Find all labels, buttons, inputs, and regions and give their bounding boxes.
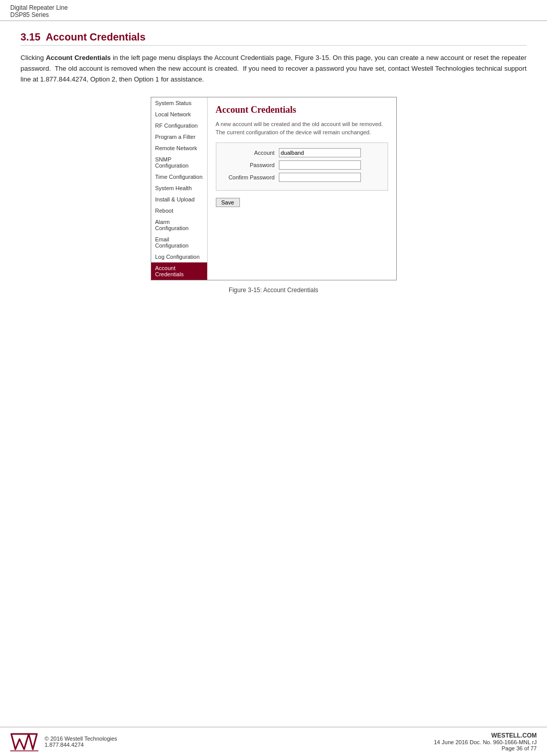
sidebar-item-local-network[interactable]: Local Network [151, 109, 207, 120]
sidebar-item-install-upload[interactable]: Install & Upload [151, 194, 207, 205]
section-number: 3.15 [21, 31, 46, 43]
confirm-password-input[interactable] [279, 173, 361, 182]
panel-info-line2: The current configuration of the device … [216, 129, 388, 136]
password-label: Password [222, 162, 279, 168]
sidebar-item-remote-network[interactable]: Remote Network [151, 142, 207, 154]
figure-container: System Status Local Network RF Configura… [21, 97, 526, 294]
sidebar-item-account-credentials[interactable]: Account Credentials [151, 262, 207, 280]
svg-marker-0 [11, 734, 37, 749]
confirm-password-label: Confirm Password [222, 174, 279, 180]
screenshot: System Status Local Network RF Configura… [151, 97, 397, 280]
panel-info-line1: A new account will be created and the ol… [216, 120, 388, 128]
nav-sidebar: System Status Local Network RF Configura… [151, 97, 208, 280]
footer-left: © 2016 Westell Technologies 1.877.844.42… [10, 731, 117, 752]
body-paragraph: Clicking Account Credentials in the left… [21, 53, 526, 85]
product-line: DSP85 Series [10, 11, 537, 18]
sidebar-item-system-health[interactable]: System Health [151, 182, 207, 194]
section-heading: 3.15 Account Credentials [21, 31, 526, 46]
sidebar-item-alarm-configuration[interactable]: Alarm Configuration [151, 216, 207, 234]
sidebar-item-snmp-configuration[interactable]: SNMP Configuration [151, 154, 207, 171]
company-line: Digital Repeater Line [10, 4, 537, 11]
credentials-form: Account Password Confirm Password [216, 142, 388, 191]
sidebar-item-email-configuration[interactable]: Email Configuration [151, 234, 207, 251]
footer-right: WESTELL.COM 14 June 2016 Doc. No. 960-16… [434, 732, 537, 751]
sidebar-item-program-filter[interactable]: Program a Filter [151, 131, 207, 142]
sidebar-item-time-configuration[interactable]: Time Configuration [151, 171, 207, 182]
account-label: Account [222, 150, 279, 156]
doc-footer: © 2016 Westell Technologies 1.877.844.42… [0, 727, 547, 756]
footer-date: 14 June 2016 Doc. No. 960-1666-MNL rJ [434, 739, 537, 745]
sidebar-item-log-configuration[interactable]: Log Configuration [151, 251, 207, 262]
westell-logo [10, 731, 38, 752]
save-button[interactable]: Save [216, 198, 240, 207]
panel-main: Account Credentials A new account will b… [208, 97, 396, 280]
sidebar-item-reboot[interactable]: Reboot [151, 205, 207, 216]
account-input[interactable] [279, 148, 361, 157]
panel-title: Account Credentials [216, 105, 388, 115]
account-row: Account [222, 148, 381, 157]
main-content: 3.15 Account Credentials Clicking Accoun… [0, 21, 547, 350]
bold-term: Account Credentials [46, 54, 111, 62]
footer-website: WESTELL.COM [434, 732, 537, 739]
figure-caption: Figure 3-15: Account Credentials [229, 287, 318, 294]
footer-copyright: © 2016 Westell Technologies [45, 735, 117, 742]
section-title: Account Credentials [46, 31, 145, 43]
panel-info: A new account will be created and the ol… [216, 120, 388, 136]
confirm-password-row: Confirm Password [222, 173, 381, 182]
sidebar-item-rf-configuration[interactable]: RF Configuration [151, 120, 207, 131]
doc-header: Digital Repeater Line DSP85 Series [0, 0, 547, 21]
password-input[interactable] [279, 160, 361, 170]
footer-phone: 1.877.844.4274 [45, 742, 117, 748]
password-row: Password [222, 160, 381, 170]
footer-page: Page 36 of 77 [434, 745, 537, 751]
sidebar-item-system-status[interactable]: System Status [151, 97, 207, 109]
footer-left-text: © 2016 Westell Technologies 1.877.844.42… [45, 735, 117, 748]
